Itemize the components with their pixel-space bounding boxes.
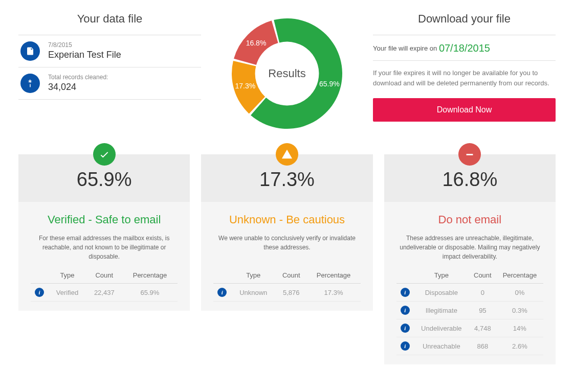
your-data-file-title: Your data file (18, 12, 201, 26)
file-name: Experian Test File (48, 49, 121, 61)
records-icon (20, 74, 40, 93)
records-value: 34,024 (48, 81, 108, 93)
info-icon[interactable]: i (401, 288, 410, 297)
row-type: Undeliverable (414, 319, 469, 337)
info-icon[interactable]: i (217, 288, 227, 297)
donut-svg (226, 12, 348, 135)
row-count: 5,876 (276, 284, 306, 302)
unknown-table: Type Count Percentage iUnknown5,87617.3% (213, 267, 360, 302)
verified-pct: 65.9% (18, 166, 190, 202)
donut-slice-label: 17.3% (235, 82, 256, 90)
donut-slice-label: 16.8% (246, 39, 267, 47)
card-donot: 16.8% Do not email These addresses are u… (384, 154, 556, 364)
th-type: Type (231, 267, 276, 284)
expire-prefix: Your file will expire on (373, 44, 439, 52)
verified-table: Type Count Percentage iVerified22,43765.… (31, 267, 178, 302)
verified-title: Verified - Safe to email (31, 213, 178, 226)
row-pct: 17.3% (306, 284, 360, 302)
th-count: Count (86, 267, 122, 284)
download-title: Download your file (373, 12, 556, 26)
verified-desc: For these email addresses the mailbox ex… (31, 234, 178, 261)
info-icon[interactable]: i (401, 324, 410, 333)
info-icon[interactable]: i (401, 306, 410, 315)
svg-rect-0 (467, 154, 473, 155)
records-label: Total records cleaned: (48, 74, 108, 81)
unknown-title: Unknown - Be cautious (213, 213, 360, 226)
results-chart-panel: Results 65.9%17.3%16.8% (210, 12, 364, 135)
row-type: Illegitimate (414, 302, 469, 319)
download-button[interactable]: Download Now (373, 98, 556, 122)
th-type: Type (48, 267, 86, 284)
table-row: iUnknown5,87617.3% (213, 284, 360, 302)
info-icon[interactable]: i (35, 288, 44, 297)
th-pct: Percentage (496, 267, 543, 284)
card-unknown: 17.3% Unknown - Be cautious We were unab… (201, 154, 372, 311)
warning-icon (276, 143, 298, 166)
download-panel: Download your file Your file will expire… (364, 12, 565, 135)
row-pct: 2.6% (496, 337, 543, 355)
row-type: Verified (48, 284, 86, 302)
row-pct: 14% (496, 319, 543, 337)
records-info-row: Total records cleaned: 34,024 (18, 67, 201, 100)
row-count: 22,437 (86, 284, 122, 302)
th-count: Count (276, 267, 306, 284)
unknown-pct: 17.3% (201, 166, 372, 202)
row-count: 868 (469, 337, 496, 355)
check-icon (93, 143, 116, 166)
results-donut: Results 65.9%17.3%16.8% (226, 12, 348, 135)
row-pct: 0.3% (496, 302, 543, 319)
info-icon[interactable]: i (401, 341, 410, 351)
row-type: Unknown (231, 284, 276, 302)
th-type: Type (414, 267, 469, 284)
row-type: Disposable (414, 284, 469, 302)
unknown-desc: We were unable to conclusively verify or… (213, 234, 360, 261)
row-type: Unreachable (414, 337, 469, 355)
donut-slice-label: 65.9% (319, 80, 340, 88)
row-count: 4,748 (469, 319, 496, 337)
row-count: 95 (469, 302, 496, 319)
minus-icon (458, 143, 481, 166)
th-pct: Percentage (306, 267, 360, 284)
expire-date: 07/18/2015 (439, 42, 490, 54)
row-count: 0 (469, 284, 496, 302)
table-row: iUnreachable8682.6% (396, 337, 543, 355)
row-pct: 65.9% (122, 284, 178, 302)
donot-pct: 16.8% (384, 166, 556, 202)
th-pct: Percentage (122, 267, 178, 284)
row-pct: 0% (496, 284, 543, 302)
your-data-file-panel: Your data file 7/8/2015 Experian Test Fi… (9, 12, 210, 135)
table-row: iVerified22,43765.9% (31, 284, 178, 302)
file-info-row: 7/8/2015 Experian Test File (18, 35, 201, 67)
donot-table: Type Count Percentage iDisposable00%iIll… (396, 267, 543, 355)
file-date: 7/8/2015 (48, 41, 121, 49)
donot-desc: These addresses are unreachable, illegit… (396, 234, 543, 261)
card-verified: 65.9% Verified - Safe to email For these… (18, 154, 190, 311)
expire-note: If your file expires it will no longer b… (373, 61, 556, 98)
table-row: iDisposable00% (396, 284, 543, 302)
table-row: iIllegitimate950.3% (396, 302, 543, 319)
th-count: Count (469, 267, 496, 284)
file-icon (20, 41, 40, 61)
table-row: iUndeliverable4,74814% (396, 319, 543, 337)
donot-title: Do not email (396, 213, 543, 226)
